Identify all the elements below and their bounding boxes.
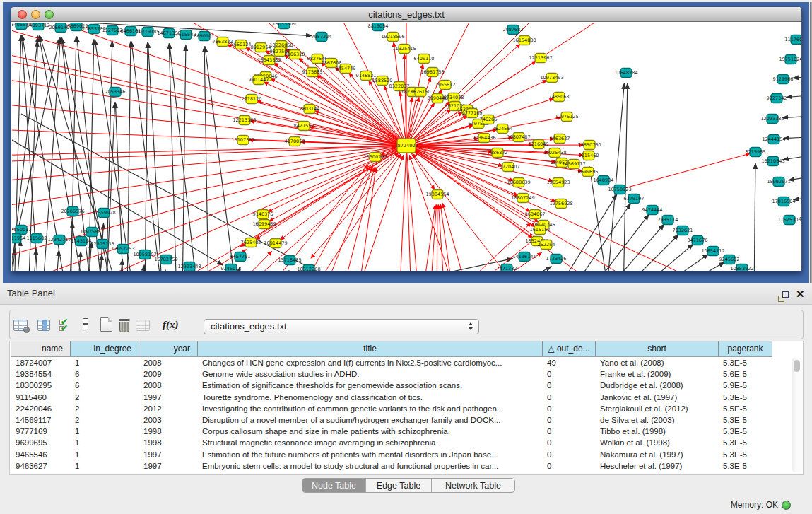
table-scrollbar[interactable] (792, 357, 803, 473)
table-row[interactable]: 1456911722003Disruption of a novel membe… (11, 414, 772, 426)
graph-node-yellow[interactable]: 3624554 (493, 124, 513, 134)
graph-node-yellow[interactable]: 9463627 (550, 134, 570, 144)
table-row[interactable]: 969969511998Structural magnetic resonanc… (11, 437, 772, 448)
table-settings-icon[interactable] (13, 318, 28, 331)
graph-node-yellow[interactable]: 10688639 (507, 178, 530, 187)
graph-node-teal[interactable]: 9245013 (221, 264, 242, 271)
table-row[interactable]: 1830029562008Estimation of significance … (11, 380, 772, 391)
graph-node-teal[interactable]: 10853922 (730, 264, 753, 271)
graph-node-teal[interactable]: 8813054 (368, 23, 389, 31)
delete-table-icon[interactable] (119, 317, 130, 332)
graph-edge-black[interactable] (33, 248, 36, 271)
rows-icon[interactable] (83, 317, 89, 331)
column-header-out_de[interactable]: △ out_de... (543, 341, 596, 357)
graph-edge-red[interactable] (12, 147, 396, 213)
graph-node-teal[interactable]: 16033809 (272, 23, 295, 29)
table-row[interactable]: 977716911998Corpus callosum shape and si… (11, 426, 772, 437)
graph-node-yellow[interactable]: 9684067 (525, 210, 546, 219)
graph-edge-black[interactable] (204, 46, 208, 271)
graph-node-teal[interactable]: 10719185 (136, 28, 159, 37)
graph-edge-black[interactable] (616, 234, 679, 271)
tab-node-table[interactable]: Node Table (302, 479, 366, 492)
tab-edge-table[interactable]: Edge Table (366, 479, 432, 492)
graph-node-teal[interactable]: 10958107 (133, 250, 156, 259)
graph-node-yellow[interactable]: 16154838 (512, 36, 536, 45)
column-header-year[interactable]: year (139, 341, 198, 357)
graph-edge-red[interactable] (42, 146, 406, 271)
graph-edge-black[interactable] (141, 264, 144, 271)
graph-node-teal[interactable]: 11176048 (784, 35, 801, 45)
graph-node-teal[interactable]: 7515542 (176, 30, 196, 40)
graph-node-yellow[interactable]: 9699695 (578, 168, 599, 177)
graph-edge-red[interactable] (442, 203, 470, 271)
graph-node-yellow[interactable]: 7625402 (241, 238, 261, 247)
scrollbar-thumb[interactable] (794, 360, 800, 372)
graph-node-yellow[interactable]: 6409110 (414, 54, 435, 64)
graph-node-teal[interactable]: 1145194 (71, 237, 92, 246)
table-row[interactable]: 946362711997Embryonic stem cells: a mode… (11, 460, 772, 472)
column-header-name[interactable]: name (11, 341, 71, 357)
graph-node-teal[interactable]: 7632621 (673, 226, 693, 235)
float-panel-icon[interactable] (778, 291, 789, 302)
new-table-icon[interactable] (100, 317, 112, 332)
graph-node-teal[interactable]: 12923448 (177, 262, 201, 271)
graph-node-teal[interactable]: 15992971 (767, 177, 790, 187)
table-row[interactable]: 1872400712008Changes of HCN gene express… (11, 357, 772, 368)
table-source-dropdown[interactable]: citations_edges.txt (204, 319, 479, 334)
graph-node-yellow[interactable]: 20364436 (472, 134, 495, 143)
graph-edge-black[interactable] (662, 262, 724, 271)
graph-node-teal[interactable]: 1527602 (102, 26, 123, 35)
table-row[interactable]: 946554611997Estimation of the future num… (11, 449, 772, 460)
graph-node-yellow[interactable]: 11325415 (392, 45, 416, 54)
graph-node-yellow[interactable]: 6216049 (529, 140, 549, 149)
graph-node-yellow[interactable]: 15720407 (496, 163, 519, 172)
graph-node-teal[interactable]: 3911954 (12, 234, 25, 243)
graph-node-teal[interactable]: 15751024 (779, 55, 801, 64)
graph-node-yellow[interactable]: 7663822 (213, 37, 233, 47)
graph-node-teal[interactable]: 12093382 (760, 115, 784, 124)
network-canvas[interactable]: 6405578140937122069140617669029106532871… (12, 23, 801, 271)
graph-node-teal[interactable]: 8471676 (688, 236, 708, 245)
graph-node-yellow[interactable]: 4170059 (285, 137, 305, 146)
select-rows-icon[interactable]: ✔✔ (59, 318, 71, 332)
graph-node-teal[interactable]: 17957253 (111, 245, 134, 254)
column-header-pagerank[interactable]: pagerank (719, 341, 772, 357)
graph-node-yellow[interactable]: 18807249 (511, 194, 534, 203)
graph-node-yellow[interactable]: 19756928 (549, 199, 572, 209)
graph-node-yellow[interactable]: 19654923 (546, 178, 570, 187)
graph-node-teal[interactable]: 2935114 (658, 216, 678, 225)
graph-edge-red[interactable] (437, 204, 437, 271)
graph-edge-black[interactable] (786, 93, 801, 97)
graph-node-yellow[interactable]: 19218596 (381, 33, 404, 42)
graph-node-teal[interactable]: 14136141 (512, 252, 536, 262)
graph-edge-black[interactable] (119, 259, 122, 271)
graph-edge-black[interactable] (630, 244, 693, 271)
graph-node-teal[interactable]: 16210643 (761, 157, 784, 166)
graph-node-yellow[interactable]: 19384554 (425, 190, 449, 199)
graph-node-yellow[interactable]: 8454749 (336, 64, 356, 74)
graph-node-teal[interactable]: 10975887 (80, 228, 103, 237)
graph-node-yellow[interactable]: 16107553 (231, 136, 254, 145)
import-table-icon[interactable] (136, 318, 150, 331)
graph-edge-black[interactable] (646, 254, 709, 271)
graph-node-teal[interactable]: 9245652 (719, 255, 740, 264)
graph-node-teal[interactable]: 9474444 (642, 206, 663, 215)
tab-network-table[interactable]: Network Table (432, 479, 514, 492)
graph-edge-red[interactable] (421, 204, 435, 271)
graph-edge-red[interactable] (273, 63, 406, 146)
column-header-title[interactable]: title (198, 341, 543, 357)
graph-node-teal[interactable]: 6379197 (624, 194, 645, 204)
minimize-traffic-light[interactable] (31, 10, 40, 19)
graph-node-teal[interactable]: 8690101 (194, 32, 215, 41)
graph-node-teal[interactable]: 4850011 (12, 226, 31, 235)
graph-node-teal[interactable]: 9457791 (230, 252, 251, 262)
graph-node-yellow[interactable]: 252254 (538, 240, 555, 250)
graph-edge-black[interactable] (782, 149, 801, 160)
table-row[interactable]: 1938455462009Genome-wide association stu… (11, 368, 772, 380)
graph-edge-black[interactable] (16, 240, 20, 271)
graph-edge-black[interactable] (182, 45, 186, 271)
graph-node-teal[interactable]: 12444154 (762, 135, 785, 144)
network-window-titlebar[interactable]: citations_edges.txt (11, 7, 801, 22)
graph-node-yellow[interactable]: 18650760 (577, 141, 601, 150)
select-columns-icon[interactable] (37, 318, 50, 331)
